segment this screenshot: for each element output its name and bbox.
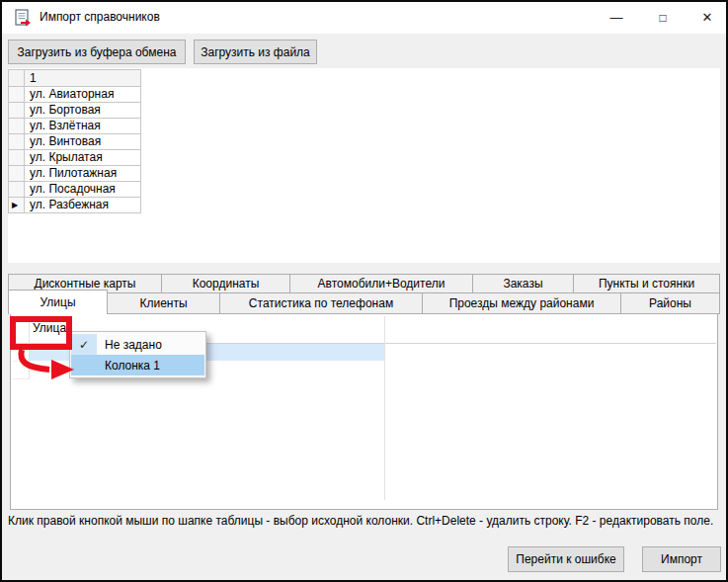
menu-item-label: Не задано — [97, 338, 162, 352]
table-row[interactable]: ул. Бортовая — [9, 103, 141, 119]
load-from-clipboard-button[interactable]: Загрузить из буфера обмена — [8, 40, 186, 64]
row-header-cell[interactable] — [9, 87, 25, 103]
street-cell[interactable]: ул. Пилотажная — [25, 166, 141, 182]
street-cell[interactable]: ул. Взлётная — [25, 119, 141, 134]
street-cell[interactable]: ул. Авиаторная — [25, 87, 141, 103]
street-cell[interactable]: ул. Посадочная — [25, 182, 141, 198]
close-icon: ✕ — [702, 10, 713, 25]
tab-cars-drivers[interactable]: Автомобили+Водители — [289, 274, 473, 293]
mapping-grid-row-line — [13, 361, 29, 362]
checkmark-icon: ✓ — [71, 334, 97, 355]
close-button[interactable]: ✕ — [688, 3, 727, 32]
column-context-menu: ✓ Не задано Колонка 1 — [69, 331, 206, 378]
table-row[interactable]: ул. Винтовая — [9, 134, 141, 150]
table-row[interactable]: ул. Взлётная — [9, 119, 141, 134]
titlebar: Импорт справочников — □ ✕ — [2, 2, 726, 34]
table-row[interactable]: ▶ ул. Разбежная — [9, 198, 141, 213]
tab-clients[interactable]: Клиенты — [107, 292, 220, 314]
import-directories-dialog: Импорт справочников — □ ✕ Загрузить из б… — [0, 0, 728, 582]
mapping-grid-column-line — [384, 316, 385, 500]
table-row[interactable]: ул. Посадочная — [9, 182, 141, 198]
import-button[interactable]: Импорт — [642, 546, 721, 572]
street-cell[interactable]: ул. Бортовая — [25, 103, 141, 119]
menu-item-label: Колонка 1 — [97, 359, 160, 373]
table-row[interactable]: ул. Авиаторная — [9, 87, 141, 103]
source-data-area: 1 ул. Авиаторная ул. Бортовая ул. Взлётн… — [8, 68, 720, 263]
tab-orders[interactable]: Заказы — [472, 274, 574, 293]
window-title: Импорт справочников — [40, 10, 160, 24]
tab-points-parkings[interactable]: Пункты и стоянки — [573, 274, 720, 293]
current-row-arrow-icon: ▶ — [12, 201, 18, 210]
empty-check-cell — [71, 355, 97, 375]
menu-item-not-set[interactable]: ✓ Не задано — [71, 334, 204, 355]
mapping-column-header[interactable]: Улица — [33, 321, 66, 335]
load-from-file-button[interactable]: Загрузить из файла — [194, 40, 317, 64]
tab-coordinates[interactable]: Координаты — [161, 274, 290, 293]
street-cell[interactable]: ул. Винтовая — [25, 134, 141, 150]
source-header-row: 1 — [9, 70, 141, 87]
minimize-icon: — — [610, 10, 623, 25]
row-header-cell[interactable] — [9, 134, 25, 150]
row-header-cell[interactable] — [9, 182, 25, 198]
import-document-icon — [14, 9, 32, 27]
tab-streets[interactable]: Улицы — [8, 290, 108, 314]
table-row[interactable]: ул. Пилотажная — [9, 166, 141, 182]
row-header-cell[interactable] — [9, 103, 25, 119]
source-corner-cell — [9, 70, 25, 87]
source-table[interactable]: 1 ул. Авиаторная ул. Бортовая ул. Взлётн… — [8, 69, 141, 213]
minimize-button[interactable]: — — [597, 3, 636, 32]
maximize-button[interactable]: □ — [643, 3, 683, 32]
mapping-grid-row-line — [13, 378, 29, 379]
tab-phone-statistics[interactable]: Статистика по телефонам — [219, 292, 423, 314]
current-row-header-cell[interactable]: ▶ — [9, 198, 25, 213]
row-header-cell[interactable] — [9, 119, 25, 134]
street-cell[interactable]: ул. Разбежная — [25, 198, 141, 213]
table-row[interactable]: ул. Крылатая — [9, 150, 141, 166]
menu-item-column-1[interactable]: Колонка 1 — [71, 355, 204, 375]
source-column-header[interactable]: 1 — [25, 70, 141, 87]
row-header-cell[interactable] — [9, 166, 25, 182]
goto-error-button[interactable]: Перейти к ошибке — [508, 546, 624, 572]
maximize-icon: □ — [659, 11, 666, 25]
street-cell[interactable]: ул. Крылатая — [25, 150, 141, 166]
tab-districts[interactable]: Районы — [620, 292, 720, 314]
status-hint: Клик правой кнопкой мыши по шапке таблиц… — [8, 514, 721, 528]
tab-district-transits[interactable]: Проезды между районами — [422, 292, 621, 314]
row-header-cell[interactable] — [9, 150, 25, 166]
